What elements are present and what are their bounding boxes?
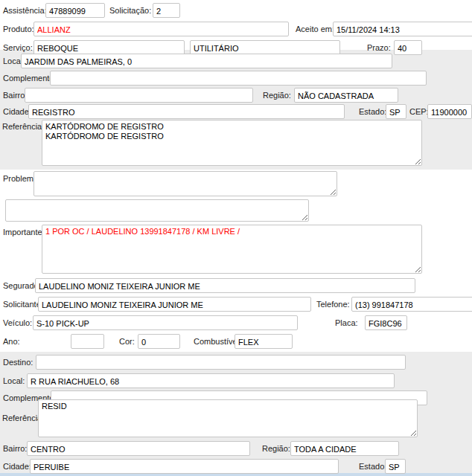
observacao-textarea[interactable] <box>5 199 309 222</box>
destino-local-label: Local: <box>3 376 25 385</box>
origem-local-input[interactable] <box>21 54 392 68</box>
placa-label: Placa: <box>335 318 358 327</box>
destino-estado-label: Estado: <box>359 462 386 471</box>
destino-local-input[interactable] <box>27 373 395 388</box>
origem-cidade-label: Cidade: <box>3 107 31 116</box>
destino-cidade-label: Cidade: <box>3 462 31 471</box>
solicitante-label: Solicitante: <box>3 300 43 309</box>
solicitacao-label: Solicitação: <box>109 6 151 15</box>
origem-bairro-label: Bairro: <box>3 91 27 100</box>
prazo-label: Prazo: <box>367 43 391 52</box>
placa-input[interactable] <box>365 315 407 330</box>
servico-tipo-input[interactable] <box>190 40 340 55</box>
veiculo-label: Veículo: <box>3 318 32 327</box>
aceito-em-label: Aceito em: <box>296 25 334 33</box>
telefone-label: Telefone: <box>316 300 350 309</box>
origem-estado-input[interactable] <box>386 104 406 119</box>
combustivel-input[interactable] <box>235 334 293 349</box>
cor-input[interactable] <box>138 334 180 349</box>
assistencia-input[interactable] <box>45 3 105 18</box>
origem-regiao-input[interactable] <box>294 88 398 103</box>
destino-cidade-input[interactable] <box>30 459 339 474</box>
servico-label: Serviço: <box>3 43 33 52</box>
ano-input[interactable] <box>71 334 104 349</box>
destino-referencia-textarea[interactable] <box>38 399 418 437</box>
destino-regiao-input[interactable] <box>290 441 399 456</box>
origem-cep-input[interactable] <box>427 104 472 119</box>
produto-input[interactable] <box>34 22 289 36</box>
origem-complemento-input[interactable] <box>50 71 427 86</box>
importante-textarea[interactable] <box>42 225 422 274</box>
telefone-input[interactable] <box>351 297 472 312</box>
segurado-input[interactable] <box>35 278 415 293</box>
solicitacao-input[interactable] <box>153 3 180 18</box>
problema-textarea[interactable] <box>34 171 337 196</box>
destino-bairro-label: Bairro: <box>3 444 27 453</box>
assistencia-label: Assistência: <box>3 6 47 15</box>
origem-cep-label: CEP: <box>409 107 429 116</box>
veiculo-input[interactable] <box>33 315 298 330</box>
aceito-em-input[interactable] <box>333 22 472 36</box>
cor-label: Cor: <box>119 337 135 346</box>
produto-label: Produto: <box>3 25 34 33</box>
origem-referencias-textarea[interactable] <box>42 120 422 166</box>
origem-complemento-label: Complemento: <box>3 74 57 83</box>
destino-label: Destino: <box>3 358 33 367</box>
prazo-input[interactable] <box>394 40 422 55</box>
origem-regiao-label: Região: <box>263 91 291 100</box>
destino-regiao-label: Região: <box>262 444 290 453</box>
origem-bairro-input[interactable] <box>25 88 253 103</box>
origem-estado-label: Estado: <box>359 107 386 116</box>
destino-input[interactable] <box>36 355 406 370</box>
solicitante-input[interactable] <box>38 297 311 312</box>
servico-input[interactable] <box>34 40 185 55</box>
destino-bairro-input[interactable] <box>27 441 250 456</box>
origem-cidade-input[interactable] <box>28 104 345 119</box>
destino-estado-input[interactable] <box>385 459 406 474</box>
ano-label: Ano: <box>3 337 20 346</box>
importante-label: Importante: <box>3 228 45 237</box>
